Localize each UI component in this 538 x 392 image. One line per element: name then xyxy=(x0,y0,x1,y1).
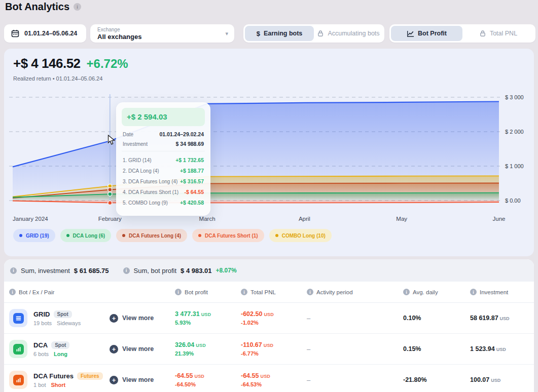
col-bot-profit: Bot profit xyxy=(185,289,208,295)
table-header: Bot / Ex / Pair Bot profit Total PNL Act… xyxy=(4,282,534,303)
info-icon[interactable] xyxy=(10,267,17,274)
legend-chip-label: COMBO Long (10) xyxy=(282,233,326,239)
direction-label: Sideways xyxy=(57,320,81,326)
calendar-icon xyxy=(11,29,19,37)
col-total-pnl: Total PNL xyxy=(250,289,276,295)
tab-accumulating-bots-label: Accumulating bots xyxy=(328,30,379,37)
dollar-icon xyxy=(257,30,260,37)
exchange-value: All exchanges xyxy=(97,33,225,41)
bots-table-card: Sum, investment $ 61 685.75 Sum, bot pro… xyxy=(4,259,534,392)
view-more-button[interactable]: View more xyxy=(110,376,154,384)
market-badge: Spot xyxy=(54,310,72,318)
avg-daily-cell: 0.15% xyxy=(403,345,470,352)
sum-investment-value: $ 61 685.75 xyxy=(74,267,109,275)
col-avg-daily: Avg. daily xyxy=(413,289,438,295)
bots-count: 6 bots xyxy=(33,351,49,357)
grid-bot-icon xyxy=(9,309,27,327)
direction-label: Long xyxy=(54,351,67,357)
info-icon[interactable] xyxy=(241,289,247,295)
market-badge: Spot xyxy=(51,341,69,349)
legend-chip-label: DCA Futures Short (1) xyxy=(205,233,258,239)
app: { "colors": { "positive": "#1db671", "ne… xyxy=(0,0,538,392)
legend-dot xyxy=(122,234,125,237)
tooltip-series-label: 1. GRID (14) xyxy=(123,158,152,163)
chevron-down-icon xyxy=(225,30,228,37)
table-row-dca[interactable]: DCASpot 6 botsLong View more 326.04USD 2… xyxy=(4,334,534,365)
sums-strip: Sum, investment $ 61 685.75 Sum, bot pro… xyxy=(4,259,534,282)
info-icon[interactable] xyxy=(403,289,410,295)
legend-chip-label: DCA Long (6) xyxy=(73,233,105,239)
plus-icon xyxy=(110,314,118,323)
tooltip-date-value: 01.01.24–29.02.24 xyxy=(159,131,204,137)
legend-chip-label: DCA Futures Long (4) xyxy=(129,233,181,239)
dca-futures-bot-icon xyxy=(9,371,27,389)
direction-label: Short xyxy=(51,382,65,388)
lock-icon xyxy=(317,30,324,37)
investment-cell: 1 523.94USD xyxy=(470,345,529,352)
profit-chart-card: +$ 4 146.52 +6.72% Realized return • 01.… xyxy=(4,49,534,256)
tab-earning-bots[interactable]: Earning bots xyxy=(245,26,314,41)
tooltip-series-list: 1. GRID (14)+$ 1 732.65 2. DCA Long (4)+… xyxy=(122,151,205,206)
table-row-dca-futures[interactable]: DCA FuturesFutures 1 botShort View more … xyxy=(4,365,534,392)
bot-name: DCA xyxy=(33,341,48,349)
metric-toggle: Bot Profit Total PNL xyxy=(389,24,535,43)
market-badge: Futures xyxy=(77,372,103,380)
x-axis-label: April xyxy=(299,216,310,222)
tooltip-series-label: 5. COMBO Long (9) xyxy=(123,200,168,206)
date-range-picker[interactable]: 01.01.24–05.06.24 xyxy=(4,24,86,43)
tab-total-pnl-label: Total PNL xyxy=(490,30,517,37)
info-icon[interactable] xyxy=(123,267,130,274)
legend-chip-dca-futures-long[interactable]: DCA Futures Long (4) xyxy=(116,229,187,242)
tooltip-series-value: +$ 420.58 xyxy=(180,200,204,206)
info-icon[interactable] xyxy=(9,289,16,295)
svg-text:$ 1 000: $ 1 000 xyxy=(505,163,524,169)
legend-chip-grid[interactable]: GRID (19) xyxy=(13,229,55,242)
info-icon[interactable] xyxy=(470,289,477,295)
dca-bot-icon xyxy=(9,340,27,358)
line-chart-icon xyxy=(407,30,414,37)
legend-dot xyxy=(66,234,69,237)
view-more-label: View more xyxy=(122,345,154,352)
bot-type-toggle: Earning bots Accumulating bots xyxy=(243,24,384,43)
activity-period-cell: – xyxy=(307,315,403,322)
sum-bot-profit-percent: +8.07% xyxy=(216,267,237,274)
bot-profit-cell: -64.55USD -64.50% xyxy=(175,372,241,387)
legend-chip-dca-long[interactable]: DCA Long (6) xyxy=(60,229,112,242)
tooltip-series-value: -$ 64.55 xyxy=(184,189,204,195)
tab-earning-bots-label: Earning bots xyxy=(264,30,302,37)
view-more-label: View more xyxy=(122,315,154,322)
info-icon[interactable] xyxy=(175,289,182,295)
plus-icon xyxy=(110,376,118,384)
profit-area-chart[interactable]: $ 3 000$ 2 000$ 1 000$ 0.00 xyxy=(4,91,534,211)
legend-chip-dca-futures-short[interactable]: DCA Futures Short (1) xyxy=(192,229,264,242)
view-more-button[interactable]: View more xyxy=(110,314,154,323)
bots-count: 1 bot xyxy=(33,382,46,388)
tab-bot-profit-label: Bot Profit xyxy=(418,30,447,37)
legend-dot xyxy=(198,234,201,237)
x-axis-labels: January 2024FebruaryMarchAprilMayJune xyxy=(4,216,534,224)
chart-tooltip: +$ 2 594.03 Date01.01.24–29.02.24 Invest… xyxy=(116,102,210,216)
realized-return-value: +$ 4 146.52 xyxy=(13,56,81,71)
tooltip-investment-value: $ 34 988.69 xyxy=(176,141,204,147)
svg-text:$ 3 000: $ 3 000 xyxy=(505,94,524,100)
info-icon[interactable] xyxy=(74,3,81,11)
total-pnl-cell: -110.67USD -6.77% xyxy=(241,341,307,357)
activity-period-cell: – xyxy=(307,345,403,353)
avg-daily-cell: -21.80% xyxy=(403,376,470,383)
tab-accumulating-bots[interactable]: Accumulating bots xyxy=(314,26,383,41)
info-icon[interactable] xyxy=(307,289,313,295)
tooltip-date-label: Date xyxy=(123,132,133,137)
sum-bot-profit-value: $ 4 983.01 xyxy=(181,267,211,275)
tooltip-series-value: +$ 188.77 xyxy=(180,168,204,174)
exchange-select[interactable]: Exchange All exchanges xyxy=(90,24,234,43)
legend-dot xyxy=(19,234,22,237)
x-axis-label: March xyxy=(199,216,216,222)
tab-bot-profit[interactable]: Bot Profit xyxy=(391,26,462,41)
legend-chip-combo-long[interactable]: COMBO Long (10) xyxy=(269,229,332,242)
tab-total-pnl[interactable]: Total PNL xyxy=(462,26,534,41)
sum-bot-profit-label: Sum, bot profit xyxy=(134,267,177,275)
table-row-grid[interactable]: GRIDSpot 19 botsSideways View more 3 477… xyxy=(4,303,534,334)
view-more-button[interactable]: View more xyxy=(110,345,154,354)
col-activity-period: Activity period xyxy=(316,289,353,295)
bots-count: 19 bots xyxy=(33,320,52,326)
